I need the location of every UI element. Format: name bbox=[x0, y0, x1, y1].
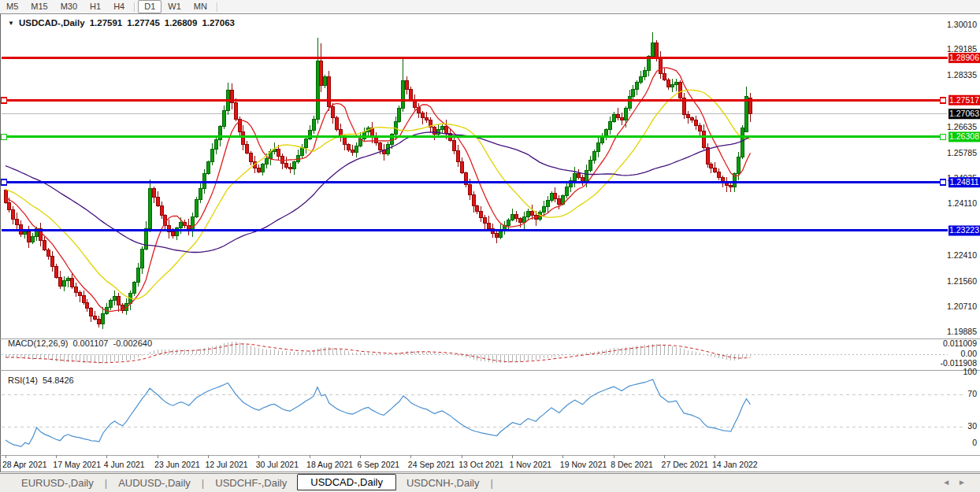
candle-body bbox=[410, 89, 413, 101]
candle-body bbox=[300, 148, 303, 156]
macd-name: MACD(12,26,9) bbox=[8, 338, 68, 348]
date-axis-label: 24 Sep 2021 bbox=[408, 460, 455, 469]
candle-body bbox=[663, 73, 666, 80]
date-axis-label: 28 Apr 2021 bbox=[2, 460, 47, 469]
date-axis-label: 6 Sep 2021 bbox=[357, 460, 399, 469]
timeframe-toolbar: M5 M15 M30 H1 H4 D1 W1 MN bbox=[0, 0, 980, 14]
candle-body bbox=[250, 153, 253, 161]
candle-body bbox=[258, 168, 261, 172]
timeframe-button-m15[interactable]: M15 bbox=[24, 0, 54, 13]
date-axis-label: 14 Jan 2022 bbox=[712, 460, 758, 469]
level-price-badge-text: 1.23223 bbox=[949, 225, 979, 235]
last-bar-low: 1.26809 bbox=[165, 18, 198, 28]
line-handle[interactable] bbox=[2, 134, 7, 139]
last-bar-high: 1.27745 bbox=[127, 18, 160, 28]
candle-body bbox=[70, 279, 73, 287]
candle-body bbox=[444, 127, 447, 134]
candle-body bbox=[710, 165, 713, 168]
price-axis-label: 1.24110 bbox=[948, 198, 977, 208]
candle-body bbox=[577, 174, 581, 178]
candle-body bbox=[214, 139, 217, 149]
timeframe-button-m30[interactable]: M30 bbox=[54, 0, 84, 13]
candle-body bbox=[436, 130, 440, 135]
chart-canvas[interactable]: 1.300101.291851.283351.266351.257851.249… bbox=[0, 0, 980, 492]
line-handle[interactable] bbox=[941, 98, 946, 103]
candle-body bbox=[690, 117, 693, 120]
candle-body bbox=[414, 101, 417, 107]
candle-body bbox=[210, 150, 213, 162]
candle-body bbox=[199, 188, 202, 199]
candle-body bbox=[640, 76, 643, 83]
candle-body bbox=[148, 189, 151, 228]
candle-body bbox=[304, 139, 307, 148]
candle-body bbox=[4, 191, 7, 202]
candle-body bbox=[132, 283, 135, 294]
line-handle[interactable] bbox=[941, 134, 946, 139]
candle-body bbox=[66, 279, 69, 281]
timeframe-button-mn[interactable]: MN bbox=[187, 0, 213, 13]
candle-body bbox=[718, 172, 721, 178]
candle-body bbox=[58, 278, 61, 287]
candle-body bbox=[592, 152, 596, 160]
candle-body bbox=[74, 287, 77, 292]
tab-usdcnh-daily[interactable]: USDCNH-,Daily bbox=[396, 475, 489, 490]
rsi-value: 54.8426 bbox=[43, 375, 74, 385]
candle-body bbox=[351, 150, 355, 152]
candle-body bbox=[655, 43, 659, 58]
tab-scroll-right-icon[interactable]: ► bbox=[958, 478, 974, 486]
level-price-badge-text: 1.27517 bbox=[949, 95, 979, 105]
candle-body bbox=[456, 151, 459, 162]
price-axis-label: 1.21560 bbox=[947, 276, 977, 286]
candle-body bbox=[24, 232, 27, 235]
candle-body bbox=[172, 232, 175, 236]
timeframe-button-h1[interactable]: H1 bbox=[84, 0, 107, 13]
date-axis-label: 4 Jun 2021 bbox=[104, 460, 145, 469]
mt4-chart-window: 1.300101.291851.283351.266351.257851.249… bbox=[0, 0, 980, 492]
candle-body bbox=[472, 195, 475, 206]
tab-scroll-left-icon[interactable]: ◄ bbox=[942, 478, 958, 486]
candle-body bbox=[12, 209, 15, 219]
candle-body bbox=[714, 168, 717, 172]
candle-body bbox=[117, 297, 121, 305]
candle-body bbox=[320, 61, 323, 86]
tab-usdchf-daily[interactable]: USDCHF-,Daily bbox=[205, 475, 297, 490]
candle-body bbox=[460, 161, 463, 173]
candle-body bbox=[706, 148, 709, 165]
rsi-line bbox=[6, 379, 751, 446]
timeframe-button-d1[interactable]: D1 bbox=[138, 0, 161, 13]
candle-body bbox=[686, 114, 689, 117]
timeframe-button-h4[interactable]: H4 bbox=[107, 0, 131, 13]
line-handle[interactable] bbox=[2, 98, 7, 103]
candle-body bbox=[316, 61, 319, 119]
candle-body bbox=[670, 85, 674, 87]
candle-body bbox=[518, 219, 522, 223]
timeframe-button-m5[interactable]: M5 bbox=[0, 0, 24, 13]
candle-body bbox=[674, 83, 677, 85]
candle-body bbox=[636, 83, 639, 89]
candle-body bbox=[659, 58, 663, 73]
tab-usdcad-daily[interactable]: USDCAD-,Daily bbox=[297, 474, 396, 490]
line-handle[interactable] bbox=[2, 179, 7, 185]
tab-eurusd-daily[interactable]: EURUSD-,Daily bbox=[11, 475, 104, 490]
line-handle[interactable] bbox=[941, 179, 946, 185]
level-price-badge-text: 1.28906 bbox=[949, 53, 979, 62]
rsi-axis-label: 30 bbox=[967, 421, 977, 431]
candle-body bbox=[94, 316, 97, 319]
date-axis-label: 19 Nov 2021 bbox=[560, 460, 607, 469]
candle-body bbox=[16, 219, 19, 224]
candle-body bbox=[514, 215, 518, 219]
chart-collapse-icon[interactable]: ▼ bbox=[8, 20, 14, 27]
candle-body bbox=[32, 237, 35, 242]
price-axis-label: 1.28335 bbox=[947, 70, 977, 80]
candle-body bbox=[452, 140, 455, 151]
date-axis-label: 17 May 2021 bbox=[53, 460, 101, 469]
current-price-badge-text: 1.27063 bbox=[949, 109, 979, 118]
tab-separator: | bbox=[490, 477, 492, 489]
candle-body bbox=[284, 163, 288, 167]
candle-body bbox=[632, 89, 635, 96]
timeframe-button-w1[interactable]: W1 bbox=[161, 0, 187, 13]
candle-body bbox=[324, 77, 327, 86]
candle-body bbox=[86, 303, 89, 309]
date-axis-label: 12 Jul 2021 bbox=[205, 460, 247, 469]
tab-audusd-daily[interactable]: AUDUSD-,Daily bbox=[108, 475, 201, 490]
